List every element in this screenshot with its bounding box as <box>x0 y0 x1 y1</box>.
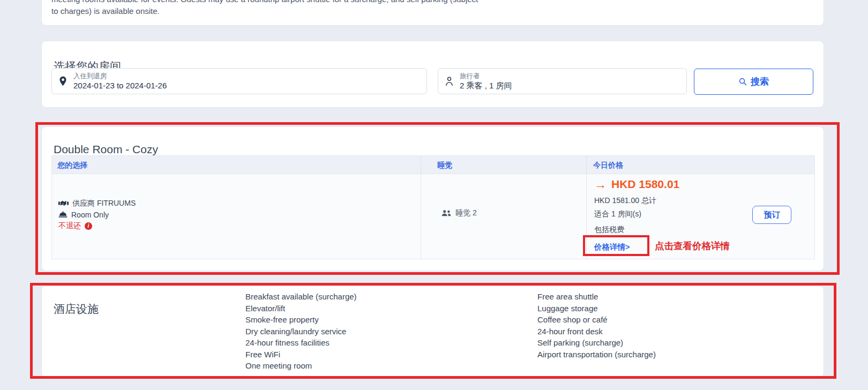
facilities-list-right: Free area shuttle Luggage storage Coffee… <box>537 291 656 360</box>
dates-field-value: 2024-01-23 to 2024-01-26 <box>73 81 167 90</box>
search-button-label: 搜索 <box>751 76 769 88</box>
column-header-your-selection: 您的选择 <box>57 161 87 170</box>
facility-item: Coffee shop or café <box>537 314 656 326</box>
facility-item: Breakfast available (surcharge) <box>245 291 357 303</box>
price-block: → HKD 1580.01 HKD 1581.00 总计 适合 1 房间(s) … <box>594 177 679 252</box>
travelers-field[interactable]: 旅行者 2 乘客 , 1 房间 <box>438 68 687 94</box>
info-circle-icon[interactable] <box>85 222 92 230</box>
room-name-title: Double Room - Cozy <box>54 143 158 156</box>
price-value: HKD 1580.01 <box>611 178 679 191</box>
facility-item: Smoke-free property <box>245 314 357 326</box>
facility-item: Free area shuttle <box>537 291 656 303</box>
facility-item: Luggage storage <box>537 303 656 314</box>
travelers-field-label: 旅行者 <box>460 72 512 80</box>
travelers-field-value: 2 乘客 , 1 房间 <box>460 81 512 90</box>
refund-policy-row: 不退还 <box>58 220 136 231</box>
rate-table-header: 您的选择 睡觉 今日价格 <box>52 156 814 174</box>
book-button[interactable]: 预订 <box>752 206 791 224</box>
hotel-booking-page: meeting rooms available for events. Gues… <box>0 0 868 390</box>
facilities-list-left: Breakfast available (surcharge) Elevator… <box>245 291 357 372</box>
non-refundable-label: 不退还 <box>58 221 81 231</box>
column-header-todays-price: 今日价格 <box>593 161 623 170</box>
facility-item: 24-hour front desk <box>537 326 656 338</box>
facility-item: Self parking (surcharge) <box>537 337 656 349</box>
selection-details: 供应商 FITRUUMS Room Only 不退还 <box>58 198 136 231</box>
sleeps-value: 睡觉 2 <box>455 208 477 218</box>
column-header-sleeps: 睡觉 <box>437 161 452 170</box>
search-button[interactable]: 搜索 <box>694 69 813 95</box>
fits-rooms: 适合 1 房间(s) <box>594 209 679 219</box>
person-icon <box>438 76 460 86</box>
supplier-label: 供应商 FITRUUMS <box>72 199 136 208</box>
price-row: → HKD 1580.01 <box>594 177 679 191</box>
board-type-label: Room Only <box>71 211 109 219</box>
facility-item: Dry cleaning/laundry service <box>245 326 357 338</box>
supplier-row: 供应商 FITRUUMS <box>58 198 136 209</box>
board-row: Room Only <box>58 209 136 220</box>
taxes-note: 包括税费 <box>594 225 679 235</box>
cloche-icon <box>58 211 68 218</box>
column-divider <box>586 156 587 259</box>
rate-table: 您的选择 睡觉 今日价格 供应商 FITR <box>51 155 815 259</box>
facility-item: Elevator/lift <box>245 303 357 314</box>
room-search-card: 选择您的房间 入住到退房 2024-01-23 to 2024-01-26 旅行… <box>42 41 824 107</box>
facilities-card: 酒店设施 Breakfast available (surcharge) Ele… <box>42 286 824 377</box>
dates-field-label: 入住到退房 <box>73 72 167 80</box>
right-arrow-glyph: → <box>594 177 607 192</box>
magnifier-icon <box>738 77 747 86</box>
two-people-icon <box>441 209 452 217</box>
facility-item: 24-hour fitness facilities <box>245 337 357 349</box>
hotel-description-line1: meeting rooms available for events. Gues… <box>51 0 478 5</box>
column-divider <box>421 156 421 259</box>
hotel-description-card: meeting rooms available for events. Gues… <box>42 0 824 25</box>
price-details-link[interactable]: 价格详情> <box>594 242 630 252</box>
handshake-icon <box>58 200 69 207</box>
facility-item: Free WiFi <box>245 349 357 361</box>
hotel-description-line2: to charges) is available onsite. <box>51 5 160 17</box>
price-total: HKD 1581.00 总计 <box>594 196 679 206</box>
facility-item: One meeting room <box>245 360 357 372</box>
location-pin-icon <box>52 76 73 86</box>
facilities-section-title: 酒店设施 <box>54 302 99 317</box>
checkin-checkout-field[interactable]: 入住到退房 2024-01-23 to 2024-01-26 <box>51 68 427 94</box>
room-rate-card: Double Room - Cozy 您的选择 睡觉 今日价格 <box>42 127 824 271</box>
sleeps-cell: 睡觉 2 <box>441 208 477 218</box>
facility-item: Airport transportation (surcharge) <box>537 349 656 361</box>
